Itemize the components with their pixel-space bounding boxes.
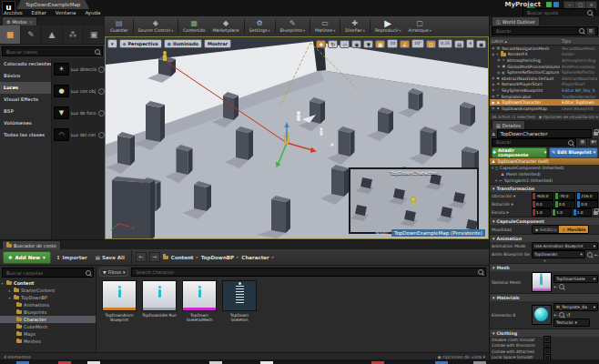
actor-name-input[interactable] (497, 129, 592, 138)
bug-report-icon[interactable] (553, 2, 559, 7)
character-preview-window[interactable]: TopDownCharacter (349, 167, 479, 234)
category-todas[interactable]: Todas las clases (0, 129, 51, 141)
outliner-row[interactable]: ◉◆ AbstractNavData-DefaultAbstractNavDat… (490, 76, 599, 82)
level-name-badge[interactable]: TopDownExampleMap (Persistente) (391, 229, 485, 237)
light-item-point[interactable]: ● Luz con obj (52, 80, 107, 102)
scale-snap-toggle[interactable]: ◫ (426, 40, 436, 48)
show-button[interactable]: Mostrar (204, 39, 231, 48)
perspective-button[interactable]: ◆ Perspectiva (119, 39, 162, 48)
os-taskbar-strip[interactable] (0, 359, 599, 364)
location-z-field[interactable]: 216.0 (576, 192, 598, 200)
forward-button[interactable]: → (149, 252, 160, 262)
level-tab[interactable]: TopDownExampleMap (16, 0, 89, 9)
category-recent[interactable]: Colocado recientemente (0, 58, 51, 70)
class-search-box[interactable] (2, 46, 103, 56)
launch-button[interactable]: ▢ Arranque▾ (405, 16, 435, 36)
outliner-row-selected[interactable]: ◉♟ TopDownCharacterEditar TopDown (490, 99, 599, 106)
edit-blueprint-button[interactable]: ✎ Edit Blueprint ▾ (549, 147, 598, 158)
caret-down-icon[interactable]: ▾ (7, 296, 12, 300)
scale-snap-value[interactable]: 0,25 (438, 39, 452, 48)
outliner-row[interactable]: ◉≈ AtmosphericFogAtmosphericFog (490, 57, 599, 64)
category-volumenes[interactable]: Volúmenes (0, 117, 51, 129)
browse-icon[interactable] (559, 284, 564, 289)
source-control-button[interactable]: ◈ Source Control▾ (135, 16, 177, 36)
outliner-search-input[interactable] (494, 28, 577, 35)
rotation-x-field[interactable]: 0.0 (532, 200, 553, 208)
close-tab-icon[interactable]: × (29, 19, 33, 25)
scale-x-field[interactable]: 1.0 (532, 208, 551, 217)
category-basico[interactable]: Básico (0, 70, 51, 82)
menu-ventana[interactable]: Ventana (56, 9, 76, 16)
use-selected-icon[interactable]: ← (553, 284, 557, 289)
details-eye-dropdown[interactable]: ◉▾ (589, 138, 598, 147)
column-type[interactable]: Tipo (562, 39, 598, 44)
settings-button[interactable]: ⚙ Settings▾ (246, 16, 274, 36)
blueprints-button[interactable]: ✎ Blueprints▾ (277, 16, 309, 36)
tab-world-outliner[interactable]: ◫ World Outliner (492, 16, 540, 25)
material-thumbnail[interactable] (532, 305, 552, 325)
material-dropdown[interactable]: M_Template_Ba▾ (553, 303, 598, 311)
tab-modos[interactable]: ⚙ Modos × (2, 16, 37, 25)
tree-item-maps[interactable]: Maps (0, 330, 96, 338)
rotation-y-field[interactable]: 0.0 (554, 200, 576, 208)
outliner-row[interactable]: ◉▾ RenderFXFolder (490, 52, 599, 58)
world-local-toggle[interactable]: ◉ (351, 40, 361, 48)
component-row-capsule[interactable]: ▾ ▯ CapsuleComponent (Inherited) (490, 165, 599, 171)
tree-item-meshes[interactable]: Meshes (0, 338, 96, 345)
location-label[interactable]: Ubicación ▾ (492, 194, 530, 198)
mode-landscape-button[interactable]: ▲ (42, 25, 63, 44)
details-search-input[interactable] (494, 139, 566, 146)
outliner-row[interactable]: ◉◐ SphereReflectionCaptureSphereReflecti… (490, 69, 599, 76)
section-mesh[interactable]: ▾ Mesh (490, 263, 599, 271)
surface-snap-toggle[interactable]: ▼ (363, 40, 373, 48)
breadcrumb-content[interactable]: Content (171, 255, 194, 260)
caret-down-icon[interactable]: ▾ (495, 178, 497, 184)
eye-icon[interactable]: ◉ (492, 82, 495, 87)
scale-label[interactable]: Escala ▾ (492, 210, 530, 215)
outliner-filter-icon[interactable]: ▥ (586, 27, 595, 35)
tree-item-blueprints[interactable]: Blueprints (0, 308, 96, 316)
menu-ayuda[interactable]: Ayuda (85, 9, 100, 16)
mobility-movable-button[interactable]: ◇ Movible (559, 226, 588, 233)
rotate-tool-button[interactable]: ↻ (328, 40, 338, 48)
light-item-spot[interactable]: ▼ Luz de foco (52, 102, 107, 124)
edit-blueprint-link[interactable]: Editar BP_Sky_S (562, 88, 598, 93)
view-options-button[interactable]: ◉ Opciones de visualización ▾ (538, 115, 598, 119)
maximize-viewport-button[interactable]: ▣ (476, 40, 486, 48)
rotation-z-field[interactable]: 0.0 (576, 200, 598, 208)
asset-tile-animblueprint[interactable]: TopDownAnim Blueprint (102, 280, 137, 322)
camera-speed-value[interactable]: 4 (466, 39, 474, 48)
eye-icon[interactable]: ◉ (492, 76, 495, 81)
location-x-field[interactable]: -920.0 (532, 192, 553, 200)
column-label[interactable]: Label ▴ (492, 39, 562, 44)
section-animation[interactable]: ▾ Animation (490, 234, 599, 242)
angle-snap-toggle[interactable]: ∠ (400, 40, 410, 48)
scale-y-field[interactable]: 1.0 (552, 208, 571, 217)
eye-icon[interactable]: ◉ (497, 70, 501, 76)
component-row-mesh[interactable]: ♟ Mesh (Inherited) (490, 171, 599, 177)
grid-snap-value[interactable]: 10 (387, 39, 398, 48)
viewport-options-button[interactable]: ▾ (107, 39, 117, 48)
grid-snap-toggle[interactable]: ▦ (375, 40, 385, 48)
angle-snap-value[interactable]: 10° (411, 39, 424, 48)
edit-blueprint-link[interactable]: Editar TopDown (562, 100, 598, 105)
add-new-button[interactable]: ✚ Add New ▾ (3, 251, 51, 264)
outliner-row[interactable]: ◉◈ TopDownExampleMapLevel Blueprint (490, 106, 599, 112)
component-row-springarm[interactable]: ▾ ⌐ SpringArm1 (Inherited) (490, 177, 599, 184)
mode-place-button[interactable]: ■ (0, 25, 21, 44)
lit-mode-button[interactable]: ● Iluminado (164, 39, 202, 48)
filters-button[interactable]: ▼ Filtros ▾ (99, 268, 128, 277)
use-selected-icon[interactable]: ← (594, 252, 598, 258)
feedback-icon[interactable] (546, 2, 552, 7)
eye-icon[interactable]: ◉ (492, 52, 495, 57)
asset-tile-skeleton[interactable]: TopDown Skeleton (222, 280, 257, 322)
caret-down-icon[interactable]: ▾ (492, 166, 493, 171)
mode-paint-button[interactable]: ✎ (21, 25, 42, 44)
add-component-button[interactable]: ✚ Añadir componente ▾ (492, 147, 547, 158)
tree-item-content[interactable]: ▾Content (0, 279, 96, 287)
content-button[interactable]: ▦ Contenido (179, 16, 209, 36)
location-y-field[interactable]: -70.0 (554, 192, 576, 200)
details-grid-icon[interactable]: ▦ (578, 138, 587, 147)
lock-icon[interactable] (594, 132, 598, 136)
folder-search-input[interactable] (5, 269, 84, 277)
